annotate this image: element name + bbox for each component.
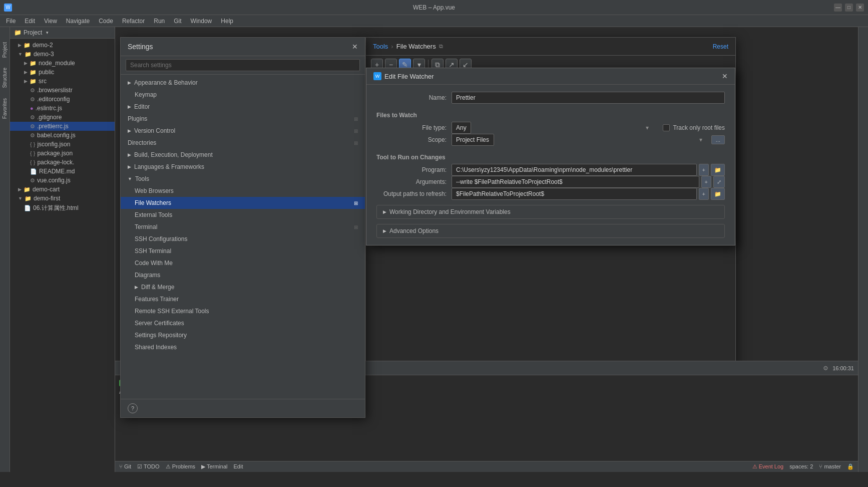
arguments-expand-button[interactable]: ⤢: [713, 176, 725, 188]
todo-icon: ☑: [137, 463, 142, 469]
settings-server-certs[interactable]: Server Certificates: [121, 317, 365, 329]
arguments-input[interactable]: [452, 176, 699, 188]
file-type-select[interactable]: Any: [452, 122, 471, 134]
settings-label-vc: Version Control: [134, 127, 175, 134]
arguments-add-button[interactable]: +: [701, 176, 711, 188]
output-paths-add-button[interactable]: +: [699, 188, 709, 200]
settings-remote-ssh[interactable]: Remote SSH External Tools: [121, 305, 365, 317]
settings-label-remote-ssh: Remote SSH External Tools: [135, 308, 209, 315]
favorites-tab[interactable]: Favorites: [2, 98, 8, 119]
menu-edit[interactable]: Edit: [21, 17, 39, 26]
settings-search-input[interactable]: [126, 59, 360, 71]
name-label: Name:: [376, 94, 447, 101]
menu-git[interactable]: Git: [170, 17, 185, 26]
tree-item-prettierrc[interactable]: ⚙ .prettierrc.js: [10, 122, 115, 131]
fw-reset-button[interactable]: Reset: [713, 43, 728, 50]
titlebar-controls: — □ ✕: [834, 4, 864, 12]
file-icon-ec: ⚙: [30, 96, 35, 103]
advanced-options-section[interactable]: ▶ Advanced Options: [376, 224, 725, 238]
program-folder-button[interactable]: 📁: [711, 164, 725, 176]
efw-close-button[interactable]: ✕: [722, 72, 728, 80]
settings-codewithme[interactable]: Code With Me: [121, 257, 365, 269]
event-log-link[interactable]: ⚠ Event Log: [752, 463, 784, 470]
tree-item-browserslist[interactable]: ⚙ .browserslistr: [10, 86, 115, 95]
tree-item-public[interactable]: ▶ 📁 public: [10, 68, 115, 77]
tree-item-eslint[interactable]: ● .eslintrc.js: [10, 104, 115, 113]
settings-external[interactable]: External Tools: [121, 209, 365, 221]
settings-diffmerge[interactable]: ▶ Diff & Merge: [121, 281, 365, 293]
arguments-row: Arguments: + ⤢: [376, 176, 725, 188]
maximize-button[interactable]: □: [845, 4, 853, 12]
help-button[interactable]: ?: [128, 403, 138, 413]
tree-item-editorconfig[interactable]: ⚙ .editorconfig: [10, 95, 115, 104]
tree-item-demo-first[interactable]: ▼ 📁 demo-first: [10, 194, 115, 203]
breadcrumb-tools[interactable]: Tools: [373, 43, 388, 50]
settings-diagrams[interactable]: Diagrams: [121, 269, 365, 281]
file-type-input-wrap: Any: [452, 122, 653, 134]
project-dropdown-icon[interactable]: ▾: [46, 30, 49, 35]
settings-lang[interactable]: ▶ Languages & Frameworks: [121, 161, 365, 173]
structure-tab[interactable]: Structure: [2, 68, 8, 88]
settings-tools[interactable]: ▼ Tools: [121, 173, 365, 185]
tree-item-jsconfig[interactable]: { } jsconfig.json: [10, 140, 115, 149]
program-input[interactable]: [452, 164, 697, 176]
settings-gear-icon[interactable]: ⚙: [823, 365, 828, 372]
menu-code[interactable]: Code: [95, 17, 117, 26]
settings-webbrowsers[interactable]: Web Browsers: [121, 185, 365, 197]
working-dir-section[interactable]: ▶ Working Directory and Environment Vari…: [376, 205, 725, 219]
tree-item-node-modules[interactable]: ▶ 📁 node_module: [10, 59, 115, 68]
tree-item-demo3[interactable]: ▼ 📁 demo-3: [10, 50, 115, 59]
tree-item-src[interactable]: ▶ 📁 src: [10, 77, 115, 86]
tree-item-html[interactable]: 📄 06.计算属性.html: [10, 203, 115, 213]
menu-refactor[interactable]: Refactor: [118, 17, 149, 26]
scope-select[interactable]: Project Files: [452, 134, 494, 146]
terminal-status-tab[interactable]: ▶ Terminal: [201, 463, 227, 470]
tree-item-demo2[interactable]: ▶ 📁 demo-2: [10, 41, 115, 50]
git-label: Git: [124, 463, 131, 469]
track-root-checkbox[interactable]: [663, 124, 670, 131]
settings-plugins[interactable]: Plugins ⊞: [121, 113, 365, 125]
tree-item-vueconfig[interactable]: ⚙ vue.config.js: [10, 176, 115, 185]
settings-appearance[interactable]: ▶ Appearance & Behavior: [121, 77, 365, 89]
settings-build[interactable]: ▶ Build, Execution, Deployment: [121, 149, 365, 161]
menu-view[interactable]: View: [40, 17, 61, 26]
settings-repo[interactable]: Settings Repository: [121, 329, 365, 341]
settings-vc[interactable]: ▶ Version Control ⊞: [121, 125, 365, 137]
tree-item-readme[interactable]: 📄 README.md: [10, 167, 115, 176]
settings-editor[interactable]: ▶ Editor: [121, 101, 365, 113]
settings-ssh-terminal[interactable]: SSH Terminal: [121, 245, 365, 257]
settings-label-lang: Languages & Frameworks: [134, 163, 204, 170]
menu-window[interactable]: Window: [187, 17, 216, 26]
scope-more-button[interactable]: ...: [711, 135, 725, 144]
minimize-button[interactable]: —: [834, 4, 842, 12]
output-paths-input[interactable]: [452, 188, 697, 200]
settings-label-dirs: Directories: [128, 139, 156, 146]
tree-item-package-lock[interactable]: { } package-lock.: [10, 158, 115, 167]
tree-item-demo-cart[interactable]: ▶ 📁 demo-cart: [10, 185, 115, 194]
name-input[interactable]: [452, 92, 725, 104]
menu-file[interactable]: File: [2, 17, 20, 26]
git-tab[interactable]: ⑂ Git: [119, 463, 131, 470]
settings-dirs[interactable]: Directories ⊞: [121, 137, 365, 149]
project-tab[interactable]: Project: [2, 42, 8, 58]
tree-item-package[interactable]: { } package.json: [10, 149, 115, 158]
tree-item-babel[interactable]: ⚙ babel.config.js: [10, 131, 115, 140]
problems-tab[interactable]: ⚠ Problems: [166, 463, 196, 470]
settings-ssh-config[interactable]: SSH Configurations: [121, 233, 365, 245]
settings-shared-indexes[interactable]: Shared Indexes: [121, 341, 365, 353]
output-paths-folder-button[interactable]: 📁: [711, 188, 725, 200]
todo-tab[interactable]: ☑ TODO: [137, 463, 159, 470]
dirs-icon: ⊞: [354, 140, 358, 146]
close-button[interactable]: ✕: [856, 4, 864, 12]
menu-navigate[interactable]: Navigate: [62, 17, 94, 26]
settings-close-icon[interactable]: ✕: [352, 43, 358, 51]
settings-keymap[interactable]: Keymap: [121, 89, 365, 101]
settings-features[interactable]: Features Trainer: [121, 293, 365, 305]
program-add-button[interactable]: +: [699, 164, 709, 176]
settings-label-features: Features Trainer: [135, 296, 179, 303]
settings-terminal[interactable]: Terminal ⊞: [121, 221, 365, 233]
tree-item-gitignore[interactable]: ⚙ .gitignore: [10, 113, 115, 122]
menu-run[interactable]: Run: [150, 17, 169, 26]
menu-help[interactable]: Help: [217, 17, 237, 26]
settings-filewatchers[interactable]: File Watchers ⊞: [121, 197, 365, 209]
